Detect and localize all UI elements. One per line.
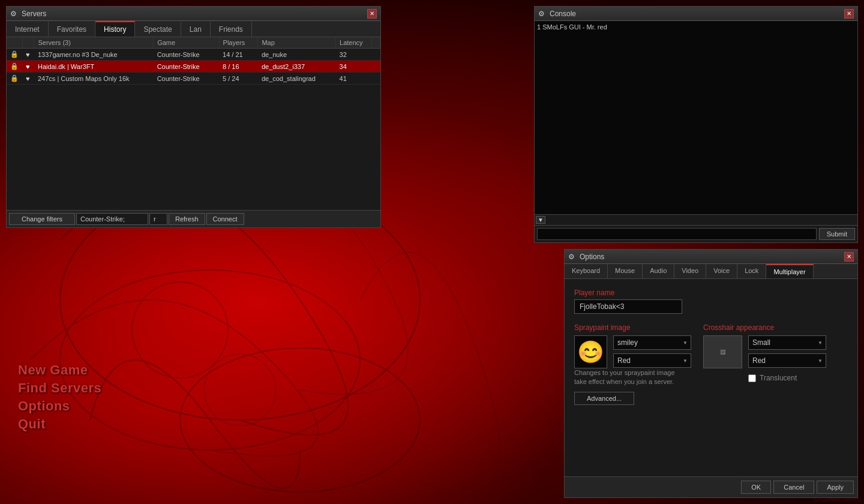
apply-button[interactable]: Apply: [817, 481, 854, 494]
refresh-button[interactable]: Refresh: [169, 213, 205, 225]
console-output: 1 SMoLFs GUI - Mr. red: [535, 21, 857, 214]
server-players: 8 / 16: [219, 61, 258, 73]
menu-item-quit[interactable]: Quit: [18, 416, 101, 432]
server-name: 1337gamer.no #3 De_nuke: [34, 49, 154, 61]
crosshair-color-wrapper[interactable]: Red Green Blue White: [748, 353, 826, 368]
advanced-button[interactable]: Advanced...: [574, 392, 634, 405]
lock-icon: 🔒: [7, 49, 22, 61]
opt-tab-lock[interactable]: Lock: [737, 264, 766, 278]
server-map: de_nuke: [258, 49, 336, 61]
tab-spectate[interactable]: Spectate: [135, 21, 181, 37]
server-name: Haidai.dk | War3FT: [34, 61, 154, 73]
col-map[interactable]: Map: [258, 37, 336, 49]
opt-tab-voice[interactable]: Voice: [706, 264, 737, 278]
spraypaint-preview: 😊: [574, 335, 607, 368]
connect-button[interactable]: Connect: [206, 213, 244, 225]
opt-tab-video[interactable]: Video: [674, 264, 706, 278]
cancel-button[interactable]: Cancel: [773, 481, 814, 494]
server-players: 5 / 24: [219, 73, 258, 85]
opt-tab-multiplayer[interactable]: Multiplayer: [766, 264, 813, 278]
console-scroll-down[interactable]: ▼: [536, 216, 545, 224]
player-name-field: Player name: [574, 289, 848, 314]
spraypaint-icon: 😊: [577, 340, 604, 365]
options-close-button[interactable]: ✕: [844, 252, 854, 262]
options-title: Options: [580, 253, 844, 261]
servers-table-container[interactable]: Servers (3) Game Players Map Latency 🔒 ♥…: [7, 37, 380, 210]
menu-item-new-game[interactable]: New Game: [18, 362, 101, 378]
col-players[interactable]: Players: [219, 37, 258, 49]
crosshair-controls: Small Medium Large Red Green Blue White: [748, 335, 826, 382]
spraypaint-color-select[interactable]: Red Blue Green: [613, 353, 691, 368]
spraypaint-note: Changes to your spraypaint image take ef…: [574, 368, 685, 387]
servers-tabs: Internet Favorites History Spectate Lan …: [7, 21, 380, 37]
servers-window-title: Servers: [22, 10, 367, 18]
server-latency: 34: [336, 61, 372, 73]
console-input-field[interactable]: [537, 228, 817, 240]
crosshair-preview-img: 🖼: [720, 349, 725, 355]
options-steam-icon: ⚙: [568, 253, 577, 261]
crosshair-size-select[interactable]: Small Medium Large: [748, 335, 826, 350]
options-titlebar[interactable]: ⚙ Options ✕: [565, 250, 857, 264]
spraypaint-color-wrapper[interactable]: Red Blue Green: [613, 353, 691, 368]
main-menu: New Game Find Servers Options Quit: [18, 362, 101, 432]
servers-window: ⚙ Servers ✕ Internet Favorites History S…: [6, 6, 381, 228]
tab-history[interactable]: History: [95, 21, 135, 37]
filter-input[interactable]: [76, 213, 148, 225]
opt-tab-audio[interactable]: Audio: [643, 264, 674, 278]
servers-titlebar[interactable]: ⚙ Servers ✕: [7, 7, 380, 21]
server-latency: 32: [336, 49, 372, 61]
steam-icon: ⚙: [10, 10, 19, 18]
table-row[interactable]: 🔒 ♥ 247cs | Custom Maps Only 16k Counter…: [7, 73, 380, 85]
tab-internet[interactable]: Internet: [7, 21, 49, 37]
col-fav: [22, 37, 34, 49]
console-line: 1 SMoLFs GUI - Mr. red: [537, 23, 855, 31]
console-steam-icon: ⚙: [538, 10, 547, 18]
console-window: ⚙ Console ✕ 1 SMoLFs GUI - Mr. red ▼ Sub…: [534, 6, 858, 243]
console-close-button[interactable]: ✕: [844, 9, 854, 19]
spraypaint-type-select[interactable]: smiley skull heart: [613, 335, 691, 350]
spraypaint-section: Spraypaint image 😊 smiley skull heart: [574, 323, 691, 405]
player-name-input[interactable]: [574, 299, 682, 314]
console-submit-button[interactable]: Submit: [819, 228, 855, 240]
spraypaint-type-wrapper[interactable]: smiley skull heart: [613, 335, 691, 350]
fav-icon: ♥: [22, 49, 34, 61]
crosshair-label: Crosshair appearance: [703, 323, 774, 332]
col-lock: [7, 37, 22, 49]
ok-button[interactable]: OK: [741, 481, 771, 494]
console-title: Console: [550, 10, 844, 18]
svg-point-3: [132, 282, 228, 378]
translucent-row: Translucent: [748, 374, 826, 382]
svg-point-1: [60, 270, 360, 450]
opt-tab-keyboard[interactable]: Keyboard: [565, 264, 608, 278]
menu-item-find-servers[interactable]: Find Servers: [18, 380, 101, 396]
tab-friends[interactable]: Friends: [211, 21, 252, 37]
row-scroll: [371, 61, 380, 73]
servers-close-button[interactable]: ✕: [367, 9, 377, 19]
change-filters-button[interactable]: Change filters: [9, 213, 75, 225]
col-game[interactable]: Game: [154, 37, 219, 49]
translucent-checkbox[interactable]: [748, 374, 756, 382]
crosshair-size-wrapper[interactable]: Small Medium Large: [748, 335, 826, 350]
tab-favorites[interactable]: Favorites: [49, 21, 95, 37]
server-game: Counter-Strike: [154, 49, 219, 61]
spraypaint-label: Spraypaint image: [574, 323, 630, 332]
tab-lan[interactable]: Lan: [181, 21, 211, 37]
menu-item-options[interactable]: Options: [18, 398, 101, 414]
row-scroll: [371, 73, 380, 85]
col-latency[interactable]: Latency: [336, 37, 372, 49]
server-map: de_dust2_i337: [258, 61, 336, 73]
console-titlebar[interactable]: ⚙ Console ✕: [535, 7, 857, 21]
row-scroll: [371, 49, 380, 61]
table-row[interactable]: 🔒 ♥ Haidai.dk | War3FT Counter-Strike 8 …: [7, 61, 380, 73]
r-input[interactable]: [149, 213, 167, 225]
col-name[interactable]: Servers (3): [34, 37, 154, 49]
svg-point-2: [180, 348, 420, 492]
fav-icon: ♥: [22, 61, 34, 73]
crosshair-color-select[interactable]: Red Green Blue White: [748, 353, 826, 368]
fav-icon: ♥: [22, 73, 34, 85]
svg-point-4: [204, 354, 276, 426]
options-window: ⚙ Options ✕ Keyboard Mouse Audio Video V…: [564, 249, 858, 498]
crosshair-section: Crosshair appearance 🖼 Small Medium Larg…: [703, 323, 826, 405]
opt-tab-mouse[interactable]: Mouse: [608, 264, 643, 278]
table-row[interactable]: 🔒 ♥ 1337gamer.no #3 De_nuke Counter-Stri…: [7, 49, 380, 61]
